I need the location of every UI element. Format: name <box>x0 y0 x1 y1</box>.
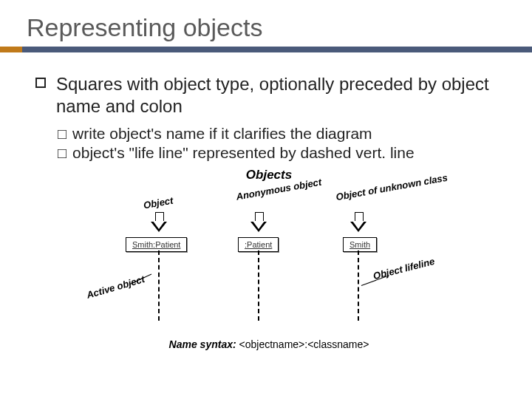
divider <box>0 47 532 52</box>
bullet-text: Squares with object type, optionally pre… <box>56 73 502 117</box>
lifeline <box>258 250 259 321</box>
syntax-value: <objectname>:<classname> <box>239 338 369 350</box>
annot-active-object: Active object <box>86 273 146 301</box>
sub-text: write object's name if it clarifies the … <box>72 125 372 143</box>
content: Squares with object type, optionally pre… <box>0 52 532 352</box>
top-label-anon: Anonymous object <box>235 180 302 202</box>
top-label-unknown: Object of unknown class <box>335 180 406 202</box>
top-label-object: Object <box>143 195 174 211</box>
sub-row: □ object's "life line" represented by da… <box>58 144 502 162</box>
object-box-unknown: Smith <box>343 237 377 252</box>
divider-main <box>22 47 532 52</box>
syntax-label: Name syntax: <box>169 338 236 350</box>
page-title: Representing objects <box>0 0 532 47</box>
diagram: Objects Object Anonymous object Object o… <box>92 171 446 352</box>
sub-row: □ write object's name if it clarifies th… <box>58 125 502 143</box>
sub-text: object's "life line" represented by dash… <box>72 144 415 162</box>
lifeline <box>158 250 160 321</box>
arrow-down-icon <box>350 212 366 234</box>
object-box-anon: :Patient <box>238 237 279 252</box>
arrow-down-icon <box>151 212 167 234</box>
diagram-heading: Objects <box>246 168 292 183</box>
arrow-down-icon <box>250 212 267 234</box>
lifeline <box>358 250 359 321</box>
name-syntax: Name syntax: <objectname>:<classname> <box>169 338 369 350</box>
sub-glyph-icon: □ <box>58 126 66 143</box>
divider-accent <box>0 47 22 52</box>
bullet-row: Squares with object type, optionally pre… <box>35 73 502 117</box>
object-box-named: Smith:Patient <box>126 237 187 252</box>
square-bullet-icon <box>35 78 46 88</box>
sub-glyph-icon: □ <box>58 145 66 162</box>
sub-list: □ write object's name if it clarifies th… <box>58 125 502 162</box>
